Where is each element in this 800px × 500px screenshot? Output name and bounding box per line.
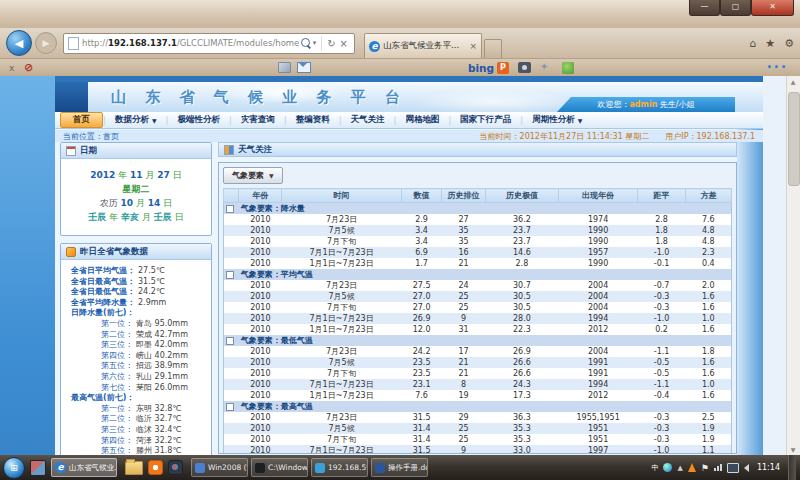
media-player-icon[interactable] (168, 460, 183, 475)
start-button[interactable]: ⊞ (3, 457, 25, 479)
main-box: 气象要素▼ 年份时间数值历史排位历史极值出现年份距平方差 气象要素：降水量201… (218, 162, 737, 454)
camera-addon-icon[interactable] (518, 62, 531, 73)
language-indicator[interactable]: 中 (651, 463, 658, 473)
table-cell: 24.3 (485, 379, 559, 390)
orange-addon-icon[interactable]: P (497, 62, 509, 74)
rank-item: 第七位：莱阳 26.0mm (63, 383, 209, 394)
refresh-icon[interactable]: ↻ (325, 38, 337, 49)
show-hidden-icons[interactable]: ▲ (677, 464, 682, 472)
group-checkbox[interactable] (226, 403, 234, 411)
row-indent-cell (224, 379, 239, 390)
table-cell: 2004 (559, 346, 638, 357)
search-dropdown-icon[interactable]: ▾ (313, 39, 317, 47)
nav-item-2[interactable]: 极端性分析 (168, 113, 229, 127)
maximize-button[interactable]: ▢ (720, 0, 751, 16)
element-filter-button[interactable]: 气象要素▼ (223, 167, 283, 184)
address-bar[interactable]: http://192.168.137.1/GLCCLIMATE/modules/… (63, 33, 355, 54)
table-cell: 1994 (559, 313, 638, 324)
nav-item-8[interactable]: 周期性分析▼ (523, 113, 591, 127)
table-row: 20107月23日2.92736.219742.87.6 (224, 214, 732, 225)
more-addons-icon[interactable]: ••• (767, 63, 788, 72)
page-left-margin (0, 76, 55, 455)
favorites-star-icon[interactable]: ★ (765, 37, 775, 50)
nav-item-5[interactable]: 天气关注 (342, 113, 394, 127)
table-cell: 1957 (559, 247, 638, 258)
bing-logo[interactable]: bing (468, 62, 494, 74)
gallery-icon[interactable] (278, 62, 291, 73)
tray-flame-icon[interactable] (688, 463, 696, 472)
forward-button[interactable]: ▶ (35, 32, 57, 54)
table-cell: 14.6 (485, 247, 559, 258)
pinned-app-icon[interactable] (30, 460, 46, 476)
orange-app-icon[interactable] (148, 460, 163, 475)
weather-focus-table: 年份时间数值历史排位历史极值出现年份距平方差 气象要素：降水量20107月23日… (223, 188, 732, 454)
nav-item-3[interactable]: 灾害查询 (232, 113, 284, 127)
taskbar-button-3[interactable]: 操作手册.docx ... (371, 458, 428, 477)
content-area: 日期 2012 年 11 月 27 日星期二农历 10 月 14 日壬辰 年 辛… (55, 142, 763, 455)
table-cell: 35 (442, 225, 485, 236)
tray-blue-icon[interactable] (663, 463, 672, 472)
display-icon[interactable] (727, 463, 739, 473)
minimize-button[interactable]: — (689, 0, 720, 16)
stop-icon[interactable]: × (338, 38, 350, 49)
chevron-down-icon: ▼ (578, 117, 583, 124)
taskbar-button-1[interactable]: C:\Windows\s... (251, 458, 308, 477)
blocked-icon[interactable]: ⊘ (24, 61, 33, 74)
taskbar-button-0[interactable]: Win2008 (VS2... (191, 458, 248, 477)
table-cell: -0.3 (637, 423, 685, 434)
scrollbar-thumb[interactable] (788, 92, 800, 186)
table-cell: 2.8 (485, 258, 559, 269)
table-row: 20107月下旬27.02530.52004-0.31.6 (224, 302, 732, 313)
tab-close-icon[interactable]: × (469, 41, 477, 51)
table-cell: 30.7 (485, 280, 559, 291)
group-checkbox[interactable] (226, 271, 234, 279)
weather-stat-3: 全省平均降水量：2.9mm (63, 298, 209, 309)
table-cell: -0.3 (637, 291, 685, 302)
back-button[interactable]: ◀ (6, 30, 32, 56)
nav-item-1[interactable]: 数据分析▼ (106, 113, 166, 127)
group-checkbox[interactable] (226, 337, 234, 345)
table-cell: 1.9 (686, 423, 732, 434)
current-time-label: 当前时间：2012年11月27日 11:14:31 星期二 (480, 131, 650, 142)
rank-item: 第二位：临沂 32.7℃ (63, 414, 209, 425)
weather-panel-title: 昨日全省气象数据 (80, 246, 148, 258)
taskbar-button-2[interactable]: 192.168.59.99... (311, 458, 368, 477)
browser-tab[interactable]: e 山东省气候业务平... × (364, 33, 482, 58)
new-tab-button[interactable] (484, 39, 502, 58)
page-scrollbar[interactable]: ▲ ▼ (786, 76, 800, 455)
close-button[interactable]: ✕ (751, 0, 794, 16)
scroll-up-icon[interactable]: ▲ (787, 78, 799, 85)
row-indent-cell (224, 214, 239, 225)
table-cell: -1.0 (637, 313, 685, 324)
stat-value: 27.5℃ (138, 266, 165, 277)
table-cell: 7月下旬 (282, 434, 401, 445)
addonbar-close-icon[interactable]: x (9, 63, 14, 73)
scroll-down-icon[interactable]: ▼ (787, 446, 799, 453)
table-cell: 2010 (239, 324, 282, 335)
nav-item-6[interactable]: 网格地图 (396, 113, 448, 127)
table-cell: -1.0 (637, 445, 685, 454)
network-icon[interactable] (714, 464, 722, 471)
nav-item-7[interactable]: 国家下行产品 (451, 113, 520, 127)
explorer-icon[interactable] (125, 461, 143, 475)
taskbar-clock[interactable]: 11:14 (757, 463, 780, 472)
show-desktop-button[interactable] (788, 455, 796, 480)
sparkle-addon-icon[interactable]: ✦ (540, 61, 548, 72)
nav-item-0[interactable]: 首页 (60, 112, 103, 128)
mail-icon[interactable] (297, 62, 311, 73)
table-cell: 26.6 (485, 357, 559, 368)
weather-stat-1: 全省日最高气温：31.5℃ (63, 277, 209, 288)
row-indent-cell (224, 445, 239, 454)
window-titlebar[interactable]: — ▢ ✕ (0, 0, 800, 28)
volume-icon[interactable] (744, 464, 749, 472)
tools-gear-icon[interactable]: ⚙ (784, 37, 794, 50)
rank-item: 第六位：乳山 29.1mm (63, 372, 209, 383)
nav-item-4[interactable]: 整编资料 (287, 113, 339, 127)
table-cell: 35 (442, 236, 485, 247)
green-addon-icon[interactable] (562, 62, 574, 74)
home-icon[interactable]: ⌂ (749, 37, 756, 50)
group-checkbox[interactable] (226, 205, 234, 213)
taskbar-active-window[interactable]: e 山东省气候业... (51, 458, 117, 477)
action-center-flag-icon[interactable]: ⚑ (701, 463, 709, 473)
search-icon[interactable] (301, 38, 310, 47)
